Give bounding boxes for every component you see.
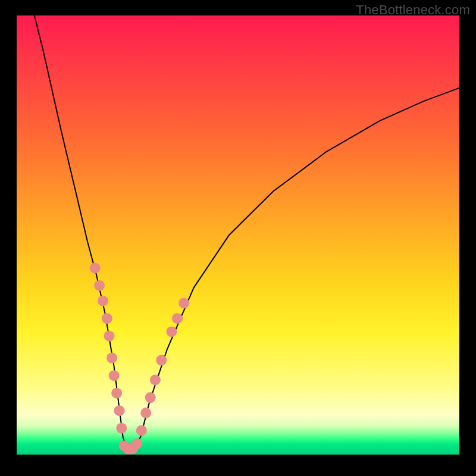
chart-frame: TheBottleneck.com xyxy=(0,0,476,476)
curve-layer xyxy=(17,15,459,455)
data-marker xyxy=(140,408,151,418)
data-marker xyxy=(90,262,101,273)
data-marker xyxy=(131,439,142,449)
data-marker xyxy=(109,370,120,381)
plot-area xyxy=(17,15,459,455)
data-marker xyxy=(98,296,108,306)
data-marker xyxy=(94,280,105,291)
data-marker xyxy=(114,405,125,416)
watermark-text: TheBottleneck.com xyxy=(356,2,470,18)
data-marker xyxy=(150,375,161,386)
data-marker xyxy=(172,313,183,324)
data-marker xyxy=(156,355,167,365)
data-marker xyxy=(116,423,127,434)
data-marker xyxy=(104,331,115,342)
data-marker xyxy=(102,313,112,324)
data-marker xyxy=(136,425,147,436)
data-marker xyxy=(145,392,156,403)
data-marker xyxy=(107,353,117,364)
data-marker xyxy=(111,388,122,399)
data-markers xyxy=(90,262,190,455)
data-marker xyxy=(178,298,189,308)
bottleneck-curve xyxy=(35,15,459,450)
data-marker xyxy=(166,326,177,337)
